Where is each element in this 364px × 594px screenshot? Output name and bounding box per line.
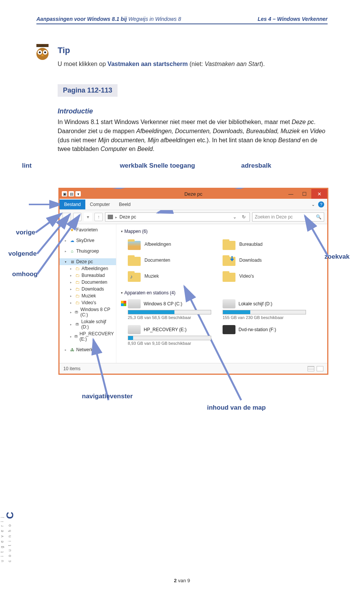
svg-point-5 — [44, 52, 46, 53]
nav-sub-4[interactable]: ▸🗀Muziek — [60, 292, 116, 299]
drive-item[interactable]: Dvd-rw-station (F:) — [223, 325, 306, 346]
ribbon: Bestand Computer Beeld ⌄ ? — [60, 199, 327, 210]
breadcrumb-sep-icon: ▸ — [115, 215, 117, 219]
address-bar[interactable]: ▸ Deze pc ⌄ ↻ — [105, 212, 250, 222]
tab-bestand[interactable]: Bestand — [60, 200, 85, 209]
address-text: Deze pc — [119, 214, 136, 220]
refresh-icon[interactable]: ↻ — [240, 214, 247, 220]
callout-werkbalk: werkbalk Snelle toegang — [120, 162, 195, 170]
drive-icon — [223, 299, 235, 308]
navigation-pane[interactable]: ★Favorieten ▸☁SkyDrive ▸⌂Thuisgroep ▾🖥De… — [60, 224, 116, 363]
search-input[interactable]: Zoeken in Deze pc 🔍 — [252, 212, 324, 222]
folder-videos[interactable]: Video's — [223, 269, 306, 283]
address-bar-row: ← → ▾ ↑ ▸ Deze pc ⌄ ↻ Zoeken in Deze pc … — [60, 210, 327, 224]
svg-point-4 — [39, 52, 41, 53]
nav-sub-1[interactable]: ▸🗀Bureaublad — [60, 272, 116, 279]
header-left-prefix: Aanpassingen voor Windows 8.1 bij — [36, 16, 129, 22]
explorer-window: ▣ ▤ ▾ Deze pc — ☐ ✕ Bestand Computer Bee… — [58, 188, 328, 375]
view-details-button[interactable] — [308, 366, 314, 371]
nav-sub-0[interactable]: ▸🗀Afbeeldingen — [60, 265, 116, 272]
callout-adresbalk: adresbalk — [241, 162, 271, 170]
drive-icon — [128, 325, 141, 334]
qat-icon-props[interactable]: ▤ — [69, 191, 74, 196]
nav-sub-2[interactable]: ▸🗀Documenten — [60, 279, 116, 286]
qat-icon-more[interactable]: ▾ — [75, 191, 81, 196]
content-pane[interactable]: ▾Mappen (6) Afbeeldingen Bureaublad Docu… — [116, 224, 327, 363]
folder-bureaublad[interactable]: Bureaublad — [223, 237, 306, 251]
item-count: 10 items — [63, 366, 80, 371]
drive-icon — [128, 299, 141, 308]
drive-icon — [223, 325, 235, 334]
nav-homegroup[interactable]: ▸⌂Thuisgroep — [60, 248, 116, 255]
drive-name: Dvd-rw-station (F:) — [238, 327, 276, 332]
tip-block: Tip U moet klikken op Vastmaken aan star… — [36, 46, 328, 68]
pagina-box: Pagina 112-113 — [58, 84, 118, 97]
body-paragraph: In Windows 8.1 start Windows Verkenner n… — [58, 118, 328, 154]
publisher-mark: u i t g e v e r i j c o u t i n h o C — [0, 512, 16, 562]
callout-volgende: volgende — [8, 250, 37, 258]
nav-sub-7[interactable]: ▸⛃Lokale schijf (D:) — [60, 318, 116, 330]
drive-item[interactable]: Lokale schijf (D:)155 GB van 230 GB besc… — [223, 299, 306, 320]
header-book-title: Wegwijs in Windows 8 — [129, 16, 181, 22]
svg-line-10 — [36, 214, 61, 233]
close-button[interactable]: ✕ — [311, 189, 327, 199]
search-placeholder: Zoeken in Deze pc — [255, 214, 293, 220]
maximize-button[interactable]: ☐ — [298, 189, 311, 199]
nav-sub-5[interactable]: ▸🗀Video's — [60, 299, 116, 306]
nav-sub-3[interactable]: ▸🗀Downloads — [60, 286, 116, 292]
nav-this-pc[interactable]: ▾🖥Deze pc — [60, 258, 116, 265]
callout-omhoog: omhoog — [12, 270, 38, 278]
section-folders[interactable]: ▾Mappen (6) — [121, 227, 323, 236]
section-drives[interactable]: ▾Apparaten en stations (4) — [121, 289, 323, 297]
tip-text: U moet klikken op Vastmaken aan startsch… — [58, 60, 328, 68]
owl-icon — [34, 44, 51, 61]
drive-item[interactable]: Windows 8 CP (C:)25,3 GB van 58,5 GB bes… — [128, 299, 211, 320]
search-icon: 🔍 — [316, 214, 322, 220]
window-title: Deze pc — [184, 191, 202, 197]
nav-skydrive[interactable]: ▸☁SkyDrive — [60, 237, 116, 244]
minimize-button[interactable]: — — [284, 189, 298, 199]
back-button[interactable]: ← — [63, 213, 71, 221]
drive-name: Windows 8 CP (C:) — [144, 301, 182, 306]
tab-computer[interactable]: Computer — [85, 200, 115, 209]
forward-button[interactable]: → — [73, 213, 82, 221]
folder-documenten[interactable]: Documenten — [128, 253, 211, 267]
drive-item[interactable]: HP_RECOVERY (E:)8,93 GB van 9,10 GB besc… — [128, 325, 211, 346]
status-bar: 10 items — [60, 363, 327, 374]
nav-network[interactable]: ▸🖧Netwerk — [60, 346, 116, 353]
nav-sub-6[interactable]: ▸⛃Windows 8 CP (C:) — [60, 306, 116, 318]
callout-navigatievenster: navigatievenster — [82, 393, 133, 400]
folder-muziek[interactable]: ♪Muziek — [128, 269, 211, 283]
explorer-wrap: vorige volgende omhoog zoekvak — [29, 188, 328, 375]
folder-afbeeldingen[interactable]: Afbeeldingen — [128, 237, 211, 251]
callout-vorige: vorige — [16, 229, 35, 236]
folder-downloads[interactable]: Downloads — [223, 253, 306, 267]
intro-heading: Introductie — [58, 107, 328, 115]
callout-zoekvak: zoekvak — [325, 253, 350, 261]
title-bar[interactable]: ▣ ▤ ▾ Deze pc — ☐ ✕ — [60, 189, 327, 199]
callout-inhoud: inhoud van de map — [207, 404, 266, 412]
recent-dropdown[interactable]: ▾ — [84, 213, 92, 221]
drive-name: HP_RECOVERY (E:) — [144, 327, 187, 332]
tab-beeld[interactable]: Beeld — [115, 200, 135, 209]
up-button[interactable]: ↑ — [94, 213, 103, 221]
page-number: 2 van 9 — [0, 578, 364, 583]
drive-name: Lokale schijf (D:) — [238, 301, 272, 306]
view-tiles-button[interactable] — [317, 366, 323, 371]
addr-dropdown-icon[interactable]: ⌄ — [231, 214, 238, 220]
nav-sub-8[interactable]: ▸⛃HP_RECOVERY (E:) — [60, 330, 116, 343]
header-right: Les 4 – Windows Verkenner — [257, 16, 328, 22]
pc-icon — [108, 215, 113, 219]
qat-icon-pc[interactable]: ▣ — [62, 191, 67, 196]
tip-title: Tip — [58, 46, 328, 55]
ribbon-expand-icon[interactable]: ⌄ — [311, 202, 315, 207]
callout-lint: lint — [22, 162, 32, 170]
help-icon[interactable]: ? — [318, 201, 324, 207]
nav-favorites[interactable]: ★Favorieten — [60, 226, 116, 233]
page-header: Aanpassingen voor Windows 8.1 bij Wegwij… — [36, 16, 328, 24]
